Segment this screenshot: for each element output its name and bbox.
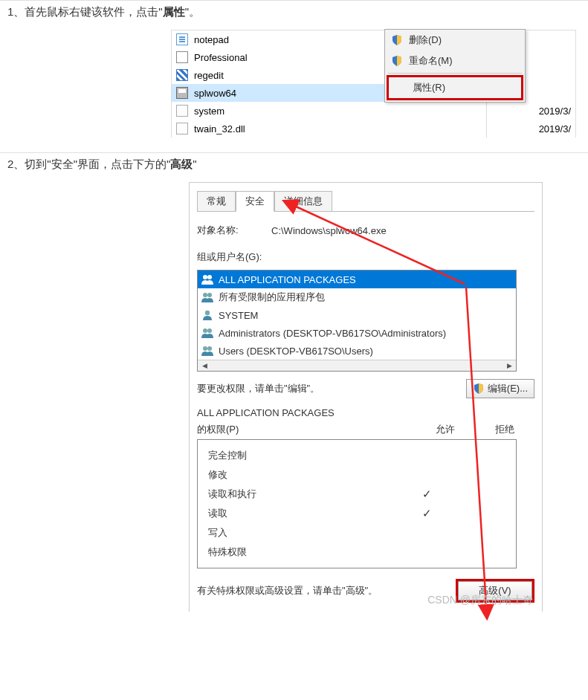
menu-rename-label: 重命名(M) xyxy=(409,54,453,68)
file-name: notepad xyxy=(194,34,395,45)
groups-label: 组或用户名(G): xyxy=(197,250,262,264)
group-name: SYSTEM xyxy=(219,310,258,321)
group-row[interactable]: Administrators (DESKTOP-VB617SO\Administ… xyxy=(198,324,516,342)
object-label: 对象名称: xyxy=(197,224,271,237)
notepad-icon xyxy=(176,33,188,45)
shield-icon xyxy=(391,34,403,46)
dll-icon xyxy=(176,123,188,135)
date-cell: 2019/3/ xyxy=(487,120,575,137)
shield-icon xyxy=(473,383,485,395)
menu-properties[interactable]: 属性(R) xyxy=(389,77,521,98)
perm-row: 读取和执行✓ xyxy=(198,485,516,504)
edit-button-label: 编辑(E)... xyxy=(488,382,528,395)
svg-point-4 xyxy=(205,311,210,315)
explorer-screenshot: notepad Professional regedit splwow64 sy… xyxy=(171,30,576,137)
group-name: 所有受限制的应用程序包 xyxy=(219,291,325,304)
printer-icon xyxy=(176,87,188,99)
check-icon: ✓ xyxy=(397,487,456,501)
system-icon xyxy=(176,105,188,117)
tab-details[interactable]: 详细信息 xyxy=(274,191,332,212)
svg-point-1 xyxy=(207,275,212,279)
group-icon xyxy=(201,345,214,357)
col-deny: 拒绝 xyxy=(475,423,534,436)
group-name: Users (DESKTOP-VB617SO\Users) xyxy=(219,346,373,357)
user-icon xyxy=(201,309,214,321)
group-row-selected[interactable]: ALL APPLICATION PACKAGES xyxy=(198,270,516,288)
document-icon xyxy=(176,51,188,63)
tab-security[interactable]: 安全 xyxy=(236,191,274,212)
svg-point-7 xyxy=(203,346,207,351)
group-icon xyxy=(201,327,214,339)
svg-point-0 xyxy=(203,275,207,279)
scroll-right-icon[interactable]: ▶ xyxy=(503,360,516,371)
step1-bold: 属性 xyxy=(163,5,185,18)
file-row[interactable]: system xyxy=(172,102,395,120)
file-row[interactable]: twain_32.dll xyxy=(172,120,395,137)
groups-listbox[interactable]: ALL APPLICATION PACKAGES 所有受限制的应用程序包 SYS… xyxy=(197,270,517,372)
step1-before: 1、首先鼠标右键该软件，点击" xyxy=(7,5,163,18)
file-name: regedit xyxy=(194,70,395,81)
group-name: Administrators (DESKTOP-VB617SO\Administ… xyxy=(219,328,446,339)
file-name: Professional xyxy=(194,52,395,63)
menu-separator xyxy=(388,73,522,74)
tab-general[interactable]: 常规 xyxy=(197,191,236,212)
object-value: C:\Windows\splwow64.exe xyxy=(271,225,387,236)
perm-row: 写入 xyxy=(198,523,516,542)
menu-delete-label: 删除(D) xyxy=(409,33,442,47)
perm-title-2: 的权限(P) xyxy=(197,423,416,436)
svg-point-6 xyxy=(207,328,212,333)
group-row[interactable]: SYSTEM xyxy=(198,306,516,324)
watermark: CSDN @房东的哈士奇 xyxy=(427,594,533,607)
file-name: system xyxy=(194,106,395,117)
edit-button[interactable]: 编辑(E)... xyxy=(466,379,534,398)
perm-row: 特殊权限 xyxy=(198,542,516,562)
group-icon xyxy=(201,291,214,303)
group-row[interactable]: Users (DESKTOP-VB617SO\Users) xyxy=(198,342,516,360)
shield-icon xyxy=(391,55,403,67)
permissions-box: 完全控制 修改 读取和执行✓ 读取✓ 写入 特殊权限 xyxy=(197,439,517,568)
properties-dialog: 常规 安全 详细信息 对象名称: C:\Windows\splwow64.exe… xyxy=(189,182,543,612)
file-name: twain_32.dll xyxy=(194,123,395,135)
col-allow: 允许 xyxy=(416,423,475,436)
perm-row: 完全控制 xyxy=(198,446,516,465)
file-row[interactable]: notepad xyxy=(172,30,395,48)
date-cell: 2019/3/ xyxy=(487,102,575,120)
svg-point-2 xyxy=(203,293,207,297)
context-menu: 删除(D) 重命名(M) 属性(R) xyxy=(384,29,526,103)
group-row[interactable]: 所有受限制的应用程序包 xyxy=(198,288,516,306)
check-icon: ✓ xyxy=(397,507,456,520)
security-panel: 对象名称: C:\Windows\splwow64.exe 组或用户名(G): … xyxy=(197,211,534,612)
step2-bold: 高级 xyxy=(170,158,193,170)
file-list: notepad Professional regedit splwow64 sy… xyxy=(172,30,395,137)
highlight-box: 属性(R) xyxy=(387,75,523,100)
edit-hint: 要更改权限，请单击"编辑"。 xyxy=(197,382,320,395)
svg-point-3 xyxy=(207,293,212,297)
file-row[interactable]: regedit xyxy=(172,66,395,84)
group-icon xyxy=(201,273,214,285)
perm-row: 读取✓ xyxy=(198,504,516,523)
step-1-text: 1、首先鼠标右键该软件，点击"属性"。 xyxy=(0,0,588,22)
step2-before: 2、切到"安全"界面，点击下方的" xyxy=(7,158,170,170)
file-row[interactable]: Professional xyxy=(172,48,395,66)
tab-bar: 常规 安全 详细信息 xyxy=(190,183,542,211)
menu-delete[interactable]: 删除(D) xyxy=(385,30,525,51)
file-row-selected[interactable]: splwow64 xyxy=(172,84,395,102)
svg-point-5 xyxy=(203,328,207,333)
advanced-hint: 有关特殊权限或高级设置，请单击"高级"。 xyxy=(197,584,378,597)
perm-title: ALL APPLICATION PACKAGES xyxy=(197,407,534,418)
group-name: ALL APPLICATION PACKAGES xyxy=(219,274,356,285)
regedit-icon xyxy=(176,69,188,81)
perm-row: 修改 xyxy=(198,465,516,485)
step2-after: " xyxy=(193,158,196,170)
step-2-text: 2、切到"安全"界面，点击下方的"高级" xyxy=(0,152,588,175)
menu-properties-label: 属性(R) xyxy=(413,81,445,94)
horizontal-scrollbar[interactable]: ◀ ▶ xyxy=(198,360,516,371)
menu-rename[interactable]: 重命名(M) xyxy=(385,51,525,71)
step1-after: "。 xyxy=(185,5,200,18)
file-name: splwow64 xyxy=(194,88,395,99)
scroll-left-icon[interactable]: ◀ xyxy=(198,360,211,371)
svg-point-8 xyxy=(207,346,212,351)
